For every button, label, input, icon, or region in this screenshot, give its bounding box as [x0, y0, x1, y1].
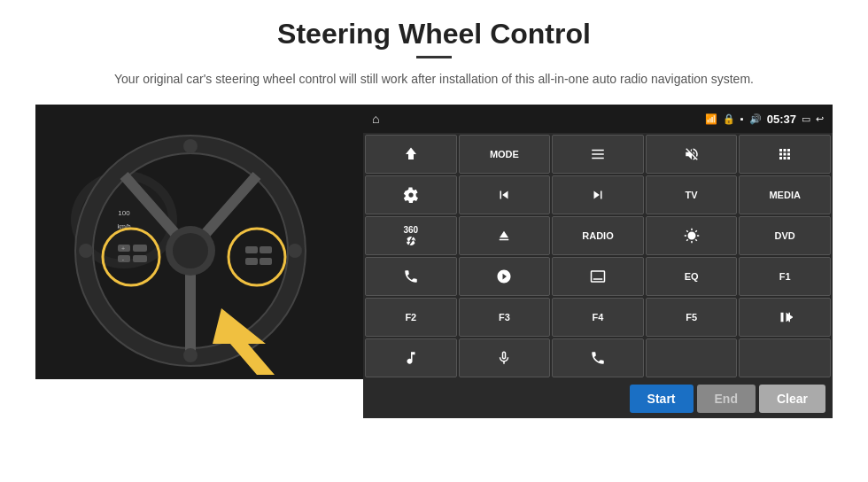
- eject-btn[interactable]: [459, 216, 551, 255]
- back-icon[interactable]: ↩: [816, 113, 824, 125]
- music-btn[interactable]: [365, 338, 457, 377]
- f3-btn[interactable]: F3: [459, 298, 551, 337]
- list-btn[interactable]: [552, 135, 644, 174]
- svg-rect-18: [133, 245, 147, 252]
- navi-btn[interactable]: [459, 257, 551, 296]
- settings-btn[interactable]: [365, 175, 457, 214]
- steering-wheel-image: 100 km/h + -: [35, 105, 363, 379]
- action-bar: Start End Clear: [363, 379, 833, 418]
- next-btn[interactable]: [552, 175, 644, 214]
- svg-rect-20: [245, 246, 258, 253]
- f1-btn[interactable]: F1: [739, 257, 831, 296]
- sd-icon: ▪: [740, 113, 744, 124]
- empty1-btn: [646, 338, 738, 377]
- prev-btn[interactable]: [459, 175, 551, 214]
- page-title: Steering Wheel Control: [277, 18, 591, 51]
- lock-icon: 🔒: [723, 113, 735, 125]
- svg-point-25: [183, 139, 198, 153]
- brightness-btn[interactable]: [646, 216, 738, 255]
- screen-icon: ▭: [802, 113, 810, 125]
- clear-button[interactable]: Clear: [759, 385, 825, 413]
- svg-point-11: [173, 233, 208, 268]
- tv-btn[interactable]: TV: [646, 175, 738, 214]
- button-grid: MODE TV: [363, 133, 833, 379]
- mute-btn[interactable]: [646, 135, 738, 174]
- mode-btn[interactable]: MODE: [459, 135, 551, 174]
- mic-btn[interactable]: [459, 338, 551, 377]
- svg-rect-22: [245, 258, 258, 265]
- f2-btn[interactable]: F2: [365, 298, 457, 337]
- svg-rect-23: [260, 258, 272, 265]
- svg-text:+: +: [121, 245, 125, 252]
- svg-rect-21: [260, 246, 272, 253]
- f4-btn[interactable]: F4: [552, 298, 644, 337]
- control-panel: ⌂ 📶 🔒 ▪ 🔊 05:37 ▭ ↩ MODE: [363, 105, 833, 418]
- media-btn[interactable]: MEDIA: [739, 175, 831, 214]
- status-bar: ⌂ 📶 🔒 ▪ 🔊 05:37 ▭ ↩: [363, 105, 833, 133]
- phone-btn[interactable]: [365, 257, 457, 296]
- title-divider: [416, 56, 452, 58]
- wifi-icon: 📶: [705, 113, 717, 125]
- f5-btn[interactable]: F5: [646, 298, 738, 337]
- empty2-btn: [739, 338, 831, 377]
- home-icon[interactable]: ⌂: [372, 112, 379, 126]
- svg-point-26: [183, 348, 198, 362]
- cam-label: 360: [403, 225, 418, 235]
- apps-btn[interactable]: [739, 135, 831, 174]
- bt-icon: 🔊: [749, 113, 762, 125]
- nav-btn[interactable]: [365, 135, 457, 174]
- dvd-btn[interactable]: DVD: [739, 216, 831, 255]
- radio-btn[interactable]: RADIO: [552, 216, 644, 255]
- end-button[interactable]: End: [697, 385, 756, 413]
- svg-point-28: [288, 244, 302, 258]
- playpause-btn[interactable]: [739, 298, 831, 337]
- call-btn[interactable]: [552, 338, 644, 377]
- eq-btn[interactable]: EQ: [646, 257, 738, 296]
- cam360-btn[interactable]: 360: [365, 216, 457, 255]
- start-button[interactable]: Start: [630, 385, 694, 413]
- svg-rect-19: [133, 255, 147, 262]
- screen-btn[interactable]: [552, 257, 644, 296]
- status-time: 05:37: [767, 113, 796, 126]
- page-subtitle: Your original car's steering wheel contr…: [114, 69, 754, 89]
- svg-text:100: 100: [118, 209, 130, 217]
- svg-point-27: [79, 244, 93, 258]
